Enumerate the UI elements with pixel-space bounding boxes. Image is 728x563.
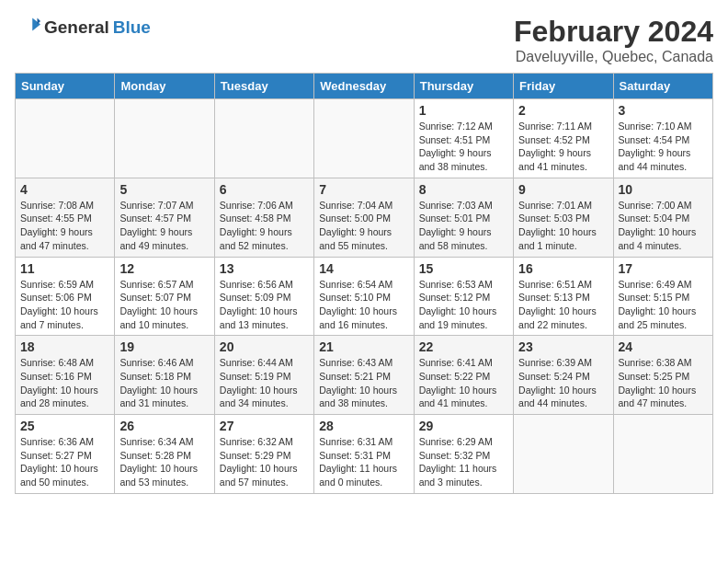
weekday-header: Friday bbox=[514, 74, 613, 99]
weekday-header-row: SundayMondayTuesdayWednesdayThursdayFrid… bbox=[16, 74, 713, 99]
weekday-header: Tuesday bbox=[214, 74, 313, 99]
title-area: February 2024 Daveluyville, Quebec, Cana… bbox=[514, 15, 713, 65]
day-number: 2 bbox=[518, 103, 608, 118]
day-number: 19 bbox=[119, 339, 209, 354]
cell-content: Sunrise: 6:48 AM Sunset: 5:16 PM Dayligh… bbox=[20, 356, 109, 410]
day-number: 1 bbox=[419, 103, 508, 118]
day-number: 15 bbox=[419, 261, 508, 276]
calendar-week-row: 25Sunrise: 6:36 AM Sunset: 5:27 PM Dayli… bbox=[16, 415, 713, 494]
day-number: 24 bbox=[619, 339, 708, 354]
day-number: 22 bbox=[419, 339, 508, 354]
cell-content: Sunrise: 6:44 AM Sunset: 5:19 PM Dayligh… bbox=[220, 356, 309, 410]
weekday-header: Monday bbox=[115, 74, 214, 99]
calendar-cell: 12Sunrise: 6:57 AM Sunset: 5:07 PM Dayli… bbox=[115, 257, 214, 336]
day-number: 10 bbox=[619, 182, 708, 197]
cell-content: Sunrise: 6:46 AM Sunset: 5:18 PM Dayligh… bbox=[119, 356, 209, 410]
calendar-cell: 22Sunrise: 6:41 AM Sunset: 5:22 PM Dayli… bbox=[414, 336, 513, 415]
calendar-cell: 16Sunrise: 6:51 AM Sunset: 5:13 PM Dayli… bbox=[514, 257, 613, 336]
calendar-cell bbox=[214, 99, 313, 178]
svg-rect-0 bbox=[15, 15, 40, 40]
calendar-cell: 21Sunrise: 6:43 AM Sunset: 5:21 PM Dayli… bbox=[314, 336, 414, 415]
calendar-week-row: 11Sunrise: 6:59 AM Sunset: 5:06 PM Dayli… bbox=[16, 257, 713, 336]
calendar-cell bbox=[613, 415, 712, 494]
cell-content: Sunrise: 6:59 AM Sunset: 5:06 PM Dayligh… bbox=[20, 278, 109, 332]
weekday-header: Thursday bbox=[414, 74, 513, 99]
calendar-cell: 9Sunrise: 7:01 AM Sunset: 5:03 PM Daylig… bbox=[514, 178, 613, 257]
cell-content: Sunrise: 7:03 AM Sunset: 5:01 PM Dayligh… bbox=[419, 199, 508, 253]
day-number: 23 bbox=[518, 339, 608, 354]
cell-content: Sunrise: 7:08 AM Sunset: 4:55 PM Dayligh… bbox=[20, 199, 109, 253]
calendar-cell: 7Sunrise: 7:04 AM Sunset: 5:00 PM Daylig… bbox=[314, 178, 414, 257]
day-number: 12 bbox=[119, 261, 209, 276]
calendar-week-row: 1Sunrise: 7:12 AM Sunset: 4:51 PM Daylig… bbox=[16, 99, 713, 178]
calendar-cell: 13Sunrise: 6:56 AM Sunset: 5:09 PM Dayli… bbox=[214, 257, 313, 336]
calendar-cell: 2Sunrise: 7:11 AM Sunset: 4:52 PM Daylig… bbox=[514, 99, 613, 178]
day-number: 16 bbox=[518, 261, 608, 276]
day-number: 29 bbox=[419, 419, 508, 433]
cell-content: Sunrise: 7:04 AM Sunset: 5:00 PM Dayligh… bbox=[319, 199, 408, 253]
page-header: General Blue February 2024 Daveluyville,… bbox=[15, 15, 713, 65]
cell-content: Sunrise: 7:10 AM Sunset: 4:54 PM Dayligh… bbox=[619, 120, 708, 174]
calendar-cell bbox=[314, 99, 414, 178]
calendar-cell: 20Sunrise: 6:44 AM Sunset: 5:19 PM Dayli… bbox=[214, 336, 313, 415]
day-number: 8 bbox=[419, 182, 508, 197]
cell-content: Sunrise: 6:49 AM Sunset: 5:15 PM Dayligh… bbox=[619, 278, 708, 332]
calendar-cell: 25Sunrise: 6:36 AM Sunset: 5:27 PM Dayli… bbox=[16, 415, 115, 494]
day-number: 18 bbox=[20, 339, 109, 354]
logo-general: General bbox=[44, 17, 109, 38]
calendar-cell: 8Sunrise: 7:03 AM Sunset: 5:01 PM Daylig… bbox=[414, 178, 513, 257]
calendar-table: SundayMondayTuesdayWednesdayThursdayFrid… bbox=[15, 73, 713, 494]
day-number: 7 bbox=[319, 182, 408, 197]
calendar-week-row: 4Sunrise: 7:08 AM Sunset: 4:55 PM Daylig… bbox=[16, 178, 713, 257]
calendar-cell: 19Sunrise: 6:46 AM Sunset: 5:18 PM Dayli… bbox=[115, 336, 214, 415]
cell-content: Sunrise: 6:29 AM Sunset: 5:32 PM Dayligh… bbox=[419, 435, 508, 489]
weekday-header: Wednesday bbox=[314, 74, 414, 99]
cell-content: Sunrise: 7:07 AM Sunset: 4:57 PM Dayligh… bbox=[119, 199, 209, 253]
calendar-cell: 11Sunrise: 6:59 AM Sunset: 5:06 PM Dayli… bbox=[16, 257, 115, 336]
calendar-cell: 18Sunrise: 6:48 AM Sunset: 5:16 PM Dayli… bbox=[16, 336, 115, 415]
svg-marker-1 bbox=[32, 18, 40, 31]
calendar-cell: 1Sunrise: 7:12 AM Sunset: 4:51 PM Daylig… bbox=[414, 99, 513, 178]
logo-blue: Blue bbox=[113, 17, 151, 38]
calendar-cell: 10Sunrise: 7:00 AM Sunset: 5:04 PM Dayli… bbox=[613, 178, 712, 257]
cell-content: Sunrise: 6:34 AM Sunset: 5:28 PM Dayligh… bbox=[119, 435, 209, 489]
cell-content: Sunrise: 7:01 AM Sunset: 5:03 PM Dayligh… bbox=[518, 199, 608, 253]
day-number: 25 bbox=[20, 419, 109, 433]
day-number: 17 bbox=[619, 261, 708, 276]
day-number: 11 bbox=[20, 261, 109, 276]
cell-content: Sunrise: 6:53 AM Sunset: 5:12 PM Dayligh… bbox=[419, 278, 508, 332]
calendar-cell: 27Sunrise: 6:32 AM Sunset: 5:29 PM Dayli… bbox=[214, 415, 313, 494]
cell-content: Sunrise: 7:11 AM Sunset: 4:52 PM Dayligh… bbox=[518, 120, 608, 174]
cell-content: Sunrise: 6:31 AM Sunset: 5:31 PM Dayligh… bbox=[319, 435, 408, 489]
day-number: 6 bbox=[220, 182, 309, 197]
day-number: 4 bbox=[20, 182, 109, 197]
cell-content: Sunrise: 6:54 AM Sunset: 5:10 PM Dayligh… bbox=[319, 278, 408, 332]
weekday-header: Saturday bbox=[613, 74, 712, 99]
cell-content: Sunrise: 6:38 AM Sunset: 5:25 PM Dayligh… bbox=[619, 356, 708, 410]
calendar-cell: 28Sunrise: 6:31 AM Sunset: 5:31 PM Dayli… bbox=[314, 415, 414, 494]
calendar-cell: 6Sunrise: 7:06 AM Sunset: 4:58 PM Daylig… bbox=[214, 178, 313, 257]
cell-content: Sunrise: 6:56 AM Sunset: 5:09 PM Dayligh… bbox=[220, 278, 309, 332]
calendar-subtitle: Daveluyville, Quebec, Canada bbox=[514, 49, 713, 65]
cell-content: Sunrise: 7:00 AM Sunset: 5:04 PM Dayligh… bbox=[619, 199, 708, 253]
logo: General Blue bbox=[15, 15, 151, 40]
day-number: 27 bbox=[220, 419, 309, 433]
cell-content: Sunrise: 6:43 AM Sunset: 5:21 PM Dayligh… bbox=[319, 356, 408, 410]
cell-content: Sunrise: 6:57 AM Sunset: 5:07 PM Dayligh… bbox=[119, 278, 209, 332]
weekday-header: Sunday bbox=[16, 74, 115, 99]
logo-icon bbox=[15, 15, 40, 40]
cell-content: Sunrise: 6:41 AM Sunset: 5:22 PM Dayligh… bbox=[419, 356, 508, 410]
cell-content: Sunrise: 6:36 AM Sunset: 5:27 PM Dayligh… bbox=[20, 435, 109, 489]
day-number: 21 bbox=[319, 339, 408, 354]
calendar-cell: 4Sunrise: 7:08 AM Sunset: 4:55 PM Daylig… bbox=[16, 178, 115, 257]
calendar-cell: 17Sunrise: 6:49 AM Sunset: 5:15 PM Dayli… bbox=[613, 257, 712, 336]
calendar-cell: 26Sunrise: 6:34 AM Sunset: 5:28 PM Dayli… bbox=[115, 415, 214, 494]
calendar-cell: 15Sunrise: 6:53 AM Sunset: 5:12 PM Dayli… bbox=[414, 257, 513, 336]
cell-content: Sunrise: 6:32 AM Sunset: 5:29 PM Dayligh… bbox=[220, 435, 309, 489]
day-number: 13 bbox=[220, 261, 309, 276]
day-number: 9 bbox=[518, 182, 608, 197]
calendar-cell: 3Sunrise: 7:10 AM Sunset: 4:54 PM Daylig… bbox=[613, 99, 712, 178]
cell-content: Sunrise: 7:12 AM Sunset: 4:51 PM Dayligh… bbox=[419, 120, 508, 174]
calendar-cell bbox=[514, 415, 613, 494]
calendar-cell: 5Sunrise: 7:07 AM Sunset: 4:57 PM Daylig… bbox=[115, 178, 214, 257]
